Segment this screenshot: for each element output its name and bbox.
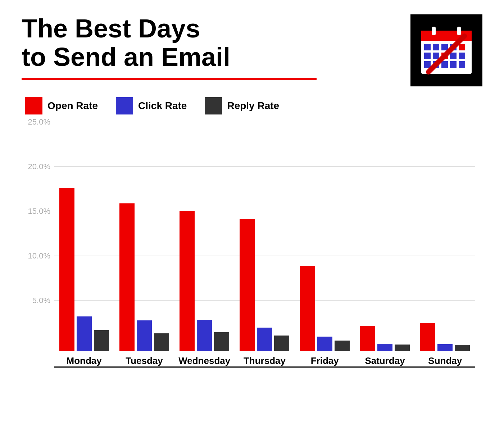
day-label-tuesday: Tuesday [126,355,163,366]
day-group-sunday: Sunday [415,128,475,366]
legend-reply-rate: Reply Rate [205,97,279,114]
bar-open-tuesday [119,203,135,351]
title-block: The Best Days to Send an Email [22,14,400,80]
bar-click-friday [317,337,332,351]
y-axis-label-20: 20.0% [22,162,50,171]
bar-click-tuesday [137,320,152,351]
legend-click-rate: Click Rate [116,97,187,114]
day-label-wednesday: Wednesday [178,355,230,366]
day-group-saturday: Saturday [355,128,415,366]
bar-reply-sunday [455,345,470,351]
bar-open-thursday [240,219,255,351]
svg-rect-6 [441,44,448,50]
chart-area: 25.0%20.0%15.0%10.0%5.0% MondayTuesdayWe… [22,122,482,366]
bars-group-monday [59,128,109,351]
svg-rect-18 [459,61,465,68]
bar-reply-thursday [274,336,289,351]
y-axis-label-15: 15.0% [22,207,50,216]
page-title: The Best Days to Send an Email [22,14,400,71]
bars-group-wednesday [180,128,229,351]
page-container: The Best Days to Send an Email [0,0,504,432]
svg-rect-14 [424,61,431,68]
bar-open-saturday [360,326,375,351]
svg-rect-9 [424,53,431,59]
day-group-thursday: Thursday [235,128,295,366]
bars-group-friday [300,128,350,351]
svg-rect-2 [432,27,436,35]
day-label-thursday: Thursday [244,355,286,366]
bars-group-tuesday [119,128,169,351]
click-rate-label: Click Rate [138,100,187,112]
reply-rate-swatch [205,97,222,114]
legend-row: Open Rate Click Rate Reply Rate [22,97,482,114]
svg-rect-16 [441,61,448,68]
bar-reply-friday [335,341,350,351]
day-label-monday: Monday [67,355,102,366]
svg-rect-8 [459,44,465,50]
y-axis-label-25: 25.0% [22,117,50,127]
y-axis-label-10: 10.0% [22,251,50,261]
svg-rect-13 [459,53,465,59]
bar-click-wednesday [197,320,212,351]
calendar-icon [410,14,482,86]
day-group-wednesday: Wednesday [174,128,235,366]
bar-open-wednesday [180,211,195,351]
day-label-saturday: Saturday [365,355,405,366]
svg-rect-17 [450,61,457,68]
bar-open-monday [59,188,74,351]
svg-rect-12 [450,53,457,59]
day-group-tuesday: Tuesday [114,128,174,366]
bar-reply-saturday [395,345,410,351]
click-rate-swatch [116,97,133,114]
day-label-sunday: Sunday [428,355,462,366]
bars-group-sunday [420,128,470,351]
bars-group-saturday [360,128,410,351]
bars-container: MondayTuesdayWednesdayThursdayFridaySatu… [54,122,475,366]
day-group-monday: Monday [54,128,114,366]
day-label-friday: Friday [311,355,339,366]
svg-rect-4 [424,44,431,50]
open-rate-label: Open Rate [47,100,98,112]
bar-click-thursday [257,328,272,351]
svg-rect-5 [433,44,439,50]
header-area: The Best Days to Send an Email [22,14,482,86]
bar-reply-wednesday [214,332,229,351]
bar-click-monday [77,316,92,351]
y-axis-label-5: 5.0% [22,296,50,305]
svg-rect-10 [433,53,439,59]
bar-reply-monday [94,330,109,351]
red-divider [22,78,317,80]
calendar-svg [418,22,475,79]
bar-click-saturday [377,344,392,351]
svg-rect-3 [457,27,461,35]
bar-click-sunday [437,344,453,351]
x-axis-line [54,366,475,368]
day-group-friday: Friday [295,128,355,366]
bar-open-friday [300,266,315,351]
bar-open-sunday [420,323,435,351]
bars-group-thursday [240,128,289,351]
legend-open-rate: Open Rate [25,97,98,114]
bar-reply-tuesday [154,333,169,351]
open-rate-swatch [25,97,42,114]
reply-rate-label: Reply Rate [227,100,279,112]
